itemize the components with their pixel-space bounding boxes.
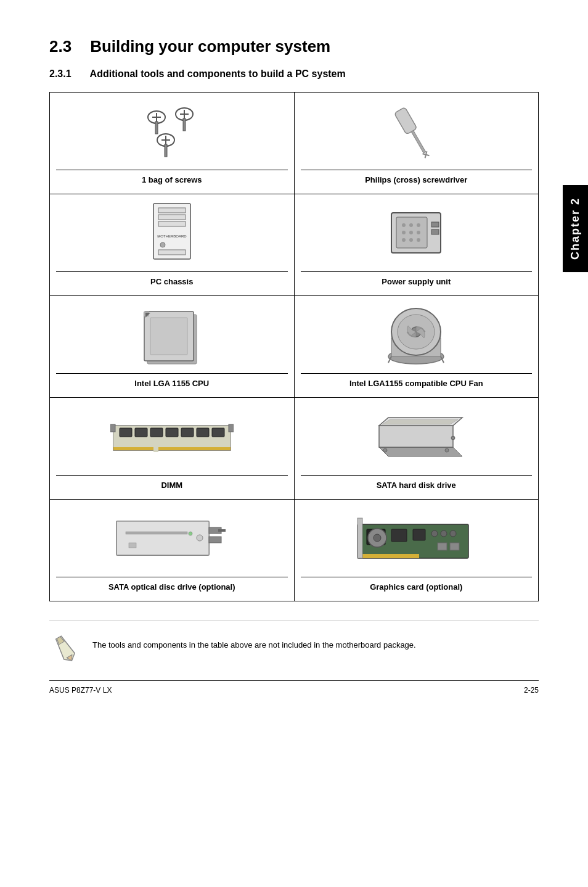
svg-rect-75 bbox=[209, 537, 221, 543]
svg-rect-84 bbox=[438, 543, 447, 550]
svg-rect-52 bbox=[150, 428, 163, 437]
table-row: SATA optical disc drive (optional) bbox=[50, 500, 539, 601]
hdd-label: SATA hard disk drive bbox=[301, 475, 533, 493]
footer-right: 2-25 bbox=[524, 686, 539, 695]
screwdriver-cell: Philips (cross) screwdriver bbox=[294, 93, 539, 194]
svg-marker-61 bbox=[379, 447, 462, 456]
svg-rect-70 bbox=[126, 532, 187, 534]
svg-rect-58 bbox=[153, 447, 158, 452]
psu-svg bbox=[379, 204, 453, 265]
svg-rect-69 bbox=[116, 521, 209, 555]
screwdriver-image bbox=[376, 99, 456, 167]
footer-left: ASUS P8Z77-V LX bbox=[49, 686, 112, 695]
svg-marker-64 bbox=[382, 419, 458, 424]
svg-rect-13 bbox=[412, 131, 426, 154]
note-section: The tools and components in the table ab… bbox=[49, 620, 539, 664]
psu-image bbox=[379, 200, 453, 268]
cpu-svg: /* done in circles below */ bbox=[132, 305, 212, 367]
svg-point-65 bbox=[383, 448, 387, 452]
psu-label: Power supply unit bbox=[301, 271, 533, 289]
chassis-svg: MOTHERBOARD bbox=[141, 200, 203, 268]
svg-rect-86 bbox=[357, 554, 419, 558]
svg-point-33 bbox=[417, 238, 420, 242]
svg-point-89 bbox=[374, 534, 381, 542]
dimm-label: DIMM bbox=[56, 475, 288, 493]
screws-svg bbox=[132, 102, 212, 163]
svg-rect-80 bbox=[413, 529, 425, 540]
page-content: Chapter 2 2.3Building your computer syst… bbox=[0, 0, 588, 713]
svg-rect-19 bbox=[158, 221, 186, 226]
svg-rect-11 bbox=[165, 144, 167, 157]
dimm-svg bbox=[110, 413, 234, 463]
svg-rect-62 bbox=[379, 426, 453, 447]
svg-rect-53 bbox=[166, 428, 178, 437]
svg-point-72 bbox=[189, 532, 192, 535]
table-row: MOTHERBOARD PC chassis bbox=[50, 194, 539, 296]
gpu-svg bbox=[354, 512, 478, 567]
note-text: The tools and components in the table ab… bbox=[92, 633, 416, 651]
screws-image bbox=[132, 99, 212, 167]
table-row: DIMM bbox=[50, 398, 539, 500]
section-number: 2.3 bbox=[49, 37, 71, 56]
svg-point-81 bbox=[431, 530, 438, 537]
subsection-number: 2.3.1 bbox=[49, 68, 71, 79]
svg-rect-21 bbox=[158, 250, 186, 255]
svg-rect-85 bbox=[450, 543, 459, 550]
svg-point-67 bbox=[451, 436, 455, 440]
cpufan-cell: Intel LGA1155 compatible CPU Fan bbox=[294, 296, 539, 398]
svg-point-26 bbox=[409, 223, 413, 227]
svg-rect-3 bbox=[155, 122, 158, 134]
subsection-heading: Additional tools and components to build… bbox=[90, 68, 346, 79]
chapter-sidebar-label: Chapter 2 bbox=[569, 197, 581, 260]
svg-rect-7 bbox=[183, 118, 186, 131]
table-row: /* done in circles below */ I bbox=[50, 296, 539, 398]
gpu-label: Graphics card (optional) bbox=[301, 577, 533, 595]
cpufan-image bbox=[376, 302, 456, 370]
svg-rect-12 bbox=[394, 107, 417, 135]
svg-rect-87 bbox=[357, 518, 362, 558]
components-table: 1 bag of screws bbox=[49, 92, 539, 601]
svg-point-82 bbox=[441, 530, 447, 537]
svg-point-83 bbox=[450, 530, 456, 537]
svg-rect-17 bbox=[158, 208, 186, 213]
hdd-image bbox=[367, 404, 465, 472]
svg-point-28 bbox=[402, 231, 406, 234]
svg-point-27 bbox=[417, 223, 420, 227]
svg-point-29 bbox=[409, 231, 413, 234]
svg-point-20 bbox=[160, 242, 165, 247]
svg-rect-35 bbox=[431, 229, 439, 234]
svg-point-30 bbox=[417, 231, 420, 234]
hdd-svg bbox=[367, 410, 465, 466]
chassis-image: MOTHERBOARD bbox=[141, 200, 203, 268]
svg-rect-51 bbox=[135, 428, 147, 437]
optical-svg bbox=[110, 512, 234, 567]
screws-cell: 1 bag of screws bbox=[50, 93, 295, 194]
svg-point-66 bbox=[445, 448, 449, 452]
footer-bar: ASUS P8Z77-V LX 2-25 bbox=[49, 680, 539, 695]
optical-label: SATA optical disc drive (optional) bbox=[56, 577, 288, 595]
svg-point-32 bbox=[409, 238, 413, 242]
svg-rect-57 bbox=[113, 447, 231, 450]
gpu-cell: Graphics card (optional) bbox=[294, 500, 539, 601]
cpu-cell: /* done in circles below */ I bbox=[50, 296, 295, 398]
chassis-cell: MOTHERBOARD PC chassis bbox=[50, 194, 295, 296]
svg-rect-76 bbox=[218, 529, 226, 532]
svg-rect-18 bbox=[158, 215, 186, 220]
svg-point-31 bbox=[402, 238, 406, 242]
chapter-sidebar-tab: Chapter 2 bbox=[563, 185, 588, 272]
svg-rect-60 bbox=[229, 424, 234, 432]
note-pen-svg bbox=[49, 633, 80, 664]
screws-label: 1 bag of screws bbox=[56, 170, 288, 188]
svg-text:MOTHERBOARD: MOTHERBOARD bbox=[157, 234, 187, 238]
svg-rect-55 bbox=[197, 428, 209, 437]
section-title: 2.3Building your computer system bbox=[49, 37, 539, 56]
screwdriver-svg bbox=[376, 102, 456, 163]
gpu-image bbox=[354, 506, 478, 574]
svg-rect-50 bbox=[120, 428, 132, 437]
table-row: 1 bag of screws bbox=[50, 93, 539, 194]
cpu-image: /* done in circles below */ bbox=[132, 302, 212, 370]
svg-point-71 bbox=[197, 535, 203, 541]
svg-rect-54 bbox=[181, 428, 194, 437]
svg-point-25 bbox=[402, 223, 406, 227]
optical-cell: SATA optical disc drive (optional) bbox=[50, 500, 295, 601]
